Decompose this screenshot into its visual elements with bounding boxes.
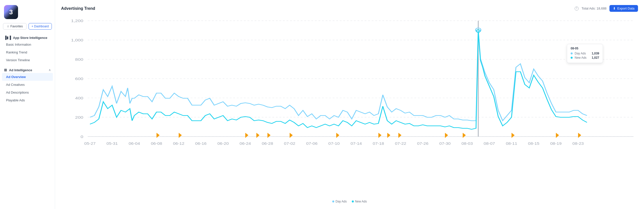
star-icon: ☆ <box>7 25 10 28</box>
help-icon[interactable]: ? <box>575 7 579 11</box>
legend-new-ads-label: New Ads <box>355 200 367 203</box>
svg-text:06-08: 06-08 <box>151 142 162 146</box>
svg-marker-42 <box>179 133 182 138</box>
sidebar-item-ad-overview[interactable]: Ad Overview <box>2 73 53 81</box>
sidebar-item-ranking-trend[interactable]: Ranking Trend <box>2 48 53 56</box>
svg-text:06-20: 06-20 <box>217 142 229 146</box>
svg-marker-52 <box>463 133 466 138</box>
sidebar-actions: ☆ Favorites + Dashboard <box>0 23 55 34</box>
sidebar-item-playable-ads[interactable]: Playable Ads <box>2 96 53 104</box>
svg-marker-47 <box>336 133 339 138</box>
svg-text:07-18: 07-18 <box>373 142 384 146</box>
svg-text:07-26: 07-26 <box>417 142 428 146</box>
grid-icon: ⊞ <box>4 68 7 72</box>
svg-text:07-14: 07-14 <box>351 142 362 146</box>
svg-marker-45 <box>267 133 270 138</box>
svg-text:400: 400 <box>75 96 83 100</box>
chart-container: Advertising Trend ? Total Ads: 18,688 ⬇ … <box>55 0 644 209</box>
sidebar-item-ad-creatives[interactable]: Ad Creatives <box>2 81 53 89</box>
svg-marker-41 <box>156 133 159 138</box>
svg-text:07-22: 07-22 <box>395 142 406 146</box>
export-data-button[interactable]: ⬇ Export Data <box>609 5 638 12</box>
svg-marker-53 <box>512 133 515 138</box>
svg-marker-50 <box>398 133 401 138</box>
main-content: Advertising Trend ? Total Ads: 18,688 ⬇ … <box>55 0 644 209</box>
legend-new-ads-dot <box>352 200 354 202</box>
favorites-button[interactable]: ☆ Favorites <box>3 23 27 30</box>
legend-new-ads: New Ads <box>352 200 367 203</box>
svg-text:08-19: 08-19 <box>550 142 561 146</box>
chart-area: 1,200 1,000 800 600 400 200 0 05-27 05-3… <box>61 14 638 198</box>
bar-chart-icon: ▐▮▐ <box>4 36 11 40</box>
svg-text:07-10: 07-10 <box>328 142 340 146</box>
app-icon-number: 3 <box>9 8 13 16</box>
svg-marker-48 <box>378 133 381 138</box>
chart-legend: Day Ads New Ads <box>61 200 638 203</box>
svg-text:800: 800 <box>75 57 83 61</box>
svg-text:08-23: 08-23 <box>572 142 584 146</box>
total-ads-label: Total Ads: 18,688 <box>582 7 607 10</box>
sidebar-item-version-timeline[interactable]: Version Timeline <box>2 56 53 64</box>
chevron-up-icon: ∧ <box>49 68 51 72</box>
svg-text:08-03: 08-03 <box>461 142 473 146</box>
section-header-ad-intelligence[interactable]: ⊞ Ad Intelligence ∧ <box>0 66 55 73</box>
svg-marker-51 <box>445 133 448 138</box>
svg-marker-55 <box>578 133 581 138</box>
svg-text:08-15: 08-15 <box>528 142 539 146</box>
svg-text:08-07: 08-07 <box>484 142 495 146</box>
svg-text:06-28: 06-28 <box>262 142 273 146</box>
app-logo-area: 3 <box>0 3 55 23</box>
chart-header: Advertising Trend ? Total Ads: 18,688 ⬇ … <box>61 5 638 12</box>
legend-day-ads-label: Day Ads <box>336 200 347 203</box>
svg-text:05-31: 05-31 <box>106 142 118 146</box>
svg-text:07-02: 07-02 <box>284 142 295 146</box>
sidebar-item-basic-information[interactable]: Basic Information <box>2 41 53 48</box>
svg-text:06-16: 06-16 <box>195 142 207 146</box>
svg-text:0: 0 <box>81 134 83 139</box>
svg-marker-49 <box>387 133 390 138</box>
section-header-app-store: ▐▮▐ App Store Intelligence <box>0 34 55 41</box>
svg-text:1,200: 1,200 <box>71 19 83 23</box>
app-icon: 3 <box>4 5 18 19</box>
svg-marker-44 <box>256 133 259 138</box>
svg-marker-54 <box>556 133 559 138</box>
dashboard-button[interactable]: + Dashboard <box>29 23 52 30</box>
legend-day-ads: Day Ads <box>332 200 347 203</box>
download-icon: ⬇ <box>613 7 616 10</box>
chart-svg: 1,200 1,000 800 600 400 200 0 05-27 05-3… <box>61 14 638 179</box>
svg-text:07-06: 07-06 <box>306 142 317 146</box>
sidebar-item-ad-descriptions[interactable]: Ad Descriptions <box>2 89 53 96</box>
legend-day-ads-dot <box>332 200 334 202</box>
svg-text:08-11: 08-11 <box>506 142 517 146</box>
svg-marker-46 <box>290 133 293 138</box>
svg-text:1,000: 1,000 <box>71 38 83 42</box>
chart-title: Advertising Trend <box>61 6 95 11</box>
svg-text:06-04: 06-04 <box>129 142 140 146</box>
sidebar: 3 ☆ Favorites + Dashboard ▐▮▐ App Store … <box>0 0 55 209</box>
svg-marker-43 <box>245 133 248 138</box>
svg-text:600: 600 <box>75 77 83 81</box>
svg-text:07-30: 07-30 <box>439 142 450 146</box>
svg-text:200: 200 <box>75 115 83 119</box>
svg-text:06-24: 06-24 <box>240 142 251 146</box>
chart-header-right: ? Total Ads: 18,688 ⬇ Export Data <box>575 5 638 12</box>
svg-text:06-12: 06-12 <box>173 142 184 146</box>
svg-text:05-27: 05-27 <box>84 142 96 146</box>
